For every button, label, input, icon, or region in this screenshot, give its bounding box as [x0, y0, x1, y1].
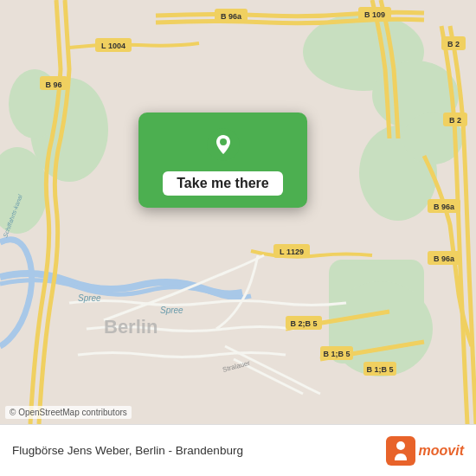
svg-text:B 96a: B 96a [434, 203, 455, 211]
osm-credit: © OpenStreetMap contributors [5, 406, 132, 419]
svg-text:B 2: B 2 [449, 116, 461, 125]
svg-text:B 96: B 96 [45, 80, 61, 89]
svg-text:Spree: Spree [160, 306, 183, 315]
svg-text:B 96a: B 96a [221, 12, 242, 21]
svg-text:Berlin: Berlin [104, 316, 158, 338]
map-background: B 96 B 96a B 109 B 2 B 2 B 96a B 96a L 1… [0, 0, 476, 424]
popup-label[interactable]: Take me there [163, 171, 282, 196]
bottom-bar: Flugbörse Jens Weber, Berlin - Brandenbu… [0, 424, 476, 476]
svg-text:L 1004: L 1004 [101, 42, 125, 50]
moovit-text: moovit [419, 443, 464, 459]
svg-text:Spree: Spree [78, 293, 101, 303]
moovit-logo: moovit [386, 436, 464, 466]
svg-text:B 2;B 5: B 2;B 5 [290, 319, 317, 328]
svg-text:B 109: B 109 [364, 10, 385, 19]
svg-text:B 2: B 2 [447, 40, 460, 48]
location-pin-icon [207, 128, 240, 161]
svg-text:B 1;B 5: B 1;B 5 [366, 365, 393, 374]
moovit-icon [386, 436, 415, 466]
svg-point-40 [220, 138, 227, 145]
svg-text:B 1;B 5: B 1;B 5 [323, 350, 350, 358]
svg-text:B 96a: B 96a [434, 254, 455, 263]
svg-point-42 [396, 441, 405, 450]
map-container: B 96 B 96a B 109 B 2 B 2 B 96a B 96a L 1… [0, 0, 476, 424]
svg-rect-41 [386, 436, 415, 466]
popup-card[interactable]: Take me there [138, 113, 307, 208]
location-text: Flugbörse Jens Weber, Berlin - Brandenbu… [12, 444, 386, 457]
svg-text:L 1129: L 1129 [280, 248, 304, 256]
